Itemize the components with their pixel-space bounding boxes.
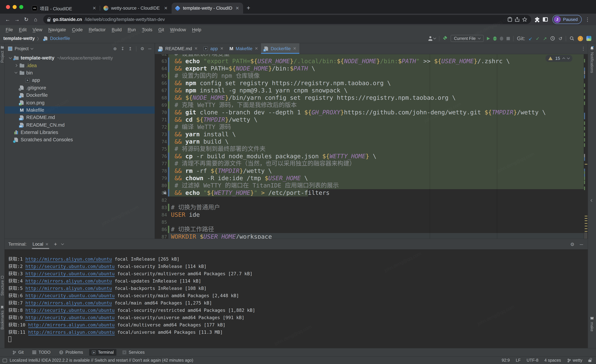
side-panel-icon[interactable] xyxy=(541,17,550,22)
breadcrumb-file[interactable]: Dockerfile xyxy=(50,36,70,41)
code-line-64[interactable]: 64 && export PATH=${NODE_HOME}/bin:$PATH… xyxy=(155,65,584,72)
menu-code[interactable]: Code xyxy=(69,27,86,32)
browser-menu-icon[interactable]: ⋮ xyxy=(582,16,593,22)
code-line-82[interactable]: 82 xyxy=(155,197,584,204)
editor-options-icon[interactable]: ⋮ xyxy=(581,43,588,54)
profiler-icon[interactable] xyxy=(500,36,503,40)
back-button[interactable]: ← xyxy=(3,15,12,24)
code-line-67[interactable]: 67 && npm install -g npm@9.3.1 yarn cnpm… xyxy=(155,87,584,94)
terminal-link[interactable]: http://mirrors.aliyun.com/ubuntu xyxy=(25,285,112,291)
menu-refactor[interactable]: Refactor xyxy=(86,27,109,32)
stop-icon[interactable] xyxy=(507,37,510,40)
next-warning-icon[interactable] xyxy=(567,57,570,59)
run-config-select[interactable]: Current File xyxy=(451,35,484,42)
code-line-79[interactable]: 79 && chown -R ide:ide /tmp $USER_HOME \ xyxy=(155,175,584,182)
editor-tab-readme-md[interactable]: MDREADME.md✕ xyxy=(156,43,201,54)
editor-tab-makefile[interactable]: MMakefile✕ xyxy=(226,43,261,54)
toolwindow-git[interactable]: Git xyxy=(9,349,26,356)
close-tab-icon[interactable]: ✕ xyxy=(255,46,258,51)
terminal-link[interactable]: http://security.ubuntu.com/ubuntu xyxy=(25,307,115,313)
code-line-81[interactable]: 81 && echo "${WETTY_HOME}" > /etc/port-f… xyxy=(155,189,584,197)
breadcrumb-project[interactable]: template-wetty xyxy=(3,36,35,41)
code-line-75[interactable]: 75 # 将源码复制到最终部署的文件夹 xyxy=(155,145,584,153)
project-view-dropdown-icon[interactable] xyxy=(30,47,33,50)
editor[interactable]: 62 # 设置默认环境变量63 && echo "export PATH=${U… xyxy=(155,54,588,239)
terminal-tab-local[interactable]: Local✕ xyxy=(33,242,49,247)
new-terminal-icon[interactable]: + xyxy=(54,241,57,247)
code-line-85[interactable]: 85 xyxy=(155,218,584,226)
code-line-63[interactable]: 63 && echo "export PATH=${USER_HOME}/.lo… xyxy=(155,58,584,65)
terminal-dropdown-icon[interactable] xyxy=(61,242,64,245)
caret-position[interactable]: 92:9 xyxy=(502,358,510,363)
code-line-62[interactable]: 62 # 设置默认环境变量 xyxy=(155,54,584,58)
settings-gear-icon[interactable]: ⚙ xyxy=(140,46,144,51)
tree-item-external-libraries[interactable]: External Libraries xyxy=(5,129,155,136)
address-bar[interactable]: go.titanide.cn/ide/web/coding/template-w… xyxy=(43,15,531,24)
file-encoding[interactable]: UTF-8 xyxy=(527,358,538,363)
chevron-down-icon[interactable] xyxy=(15,71,17,74)
code-line-80[interactable]: 80 # 过滤掉 WeTTY 的端口在 TitanIDE 应用端口列表的展示 xyxy=(155,182,584,189)
menu-file[interactable]: File xyxy=(3,27,16,32)
maximize-window-button[interactable] xyxy=(19,5,23,9)
line-separator[interactable]: LF xyxy=(516,358,521,363)
tree-item-readme-cn-md[interactable]: MDREADME_CN.md xyxy=(5,121,155,129)
clipboard-icon[interactable] xyxy=(507,17,512,22)
stripe-structure[interactable]: Structure xyxy=(0,276,4,296)
git-push-icon[interactable]: ↗ xyxy=(543,36,547,41)
share-icon[interactable] xyxy=(515,17,520,22)
menu-edit[interactable]: Edit xyxy=(16,27,30,32)
terminal-link[interactable]: http://security.ubuntu.com/ubuntu xyxy=(25,264,115,269)
menu-view[interactable]: View xyxy=(30,27,45,32)
menu-build[interactable]: Build xyxy=(109,27,125,32)
terminal-link[interactable]: http://security.ubuntu.com/ubuntu xyxy=(25,271,115,277)
git-commit-icon[interactable]: ✓ xyxy=(536,36,540,41)
close-window-button[interactable] xyxy=(6,5,10,9)
editor-tab-app[interactable]: >app✕ xyxy=(201,43,226,54)
prev-warning-icon[interactable] xyxy=(562,58,565,60)
tree-item-dockerfile[interactable]: DDockerfile xyxy=(5,91,155,99)
terminal-minimize-icon[interactable]: ─ xyxy=(580,241,583,247)
terminal-link[interactable]: http://security.ubuntu.com/ubuntu xyxy=(25,293,115,299)
tree-item--gitignore[interactable]: /.gitignore xyxy=(5,84,155,91)
editor-tab-dockerfile[interactable]: DDockerfile✕ xyxy=(261,43,299,54)
menu-help[interactable]: Help xyxy=(189,27,204,32)
write-access-lock-icon[interactable] xyxy=(588,360,591,362)
stripe-project[interactable]: Project xyxy=(0,46,4,63)
toolwindow-problems[interactable]: !Problems xyxy=(57,349,86,356)
stripe-collapse-icon[interactable] xyxy=(588,199,596,201)
update-available-icon[interactable]: ↑ xyxy=(578,36,583,41)
stripe-notifications[interactable]: Notifications xyxy=(588,46,596,73)
terminal-link[interactable]: http://mirrors.aliyun.com/ubuntu xyxy=(25,300,112,306)
code-line-83[interactable]: 83# 切换为普通用户 xyxy=(155,204,584,211)
browser-tab[interactable]: template-wetty - CloudIDE✕ xyxy=(172,3,243,14)
tree-item-app[interactable]: >app xyxy=(5,76,155,84)
code-line-71[interactable]: 71 && cd ${TMPDIR}/wetty \ xyxy=(155,116,584,123)
git-update-icon[interactable]: ↙ xyxy=(529,36,532,41)
code-line-68[interactable]: 68 && ${NODE_HOME}/bin/yarn config set r… xyxy=(155,94,584,101)
terminal-settings-gear-icon[interactable]: ⚙ xyxy=(570,241,574,247)
new-tab-button[interactable]: + xyxy=(243,3,254,14)
tree-item-makefile[interactable]: MMakefile xyxy=(5,106,155,114)
expand-all-icon[interactable]: ↧ xyxy=(121,46,125,51)
terminal-link[interactable]: http://mirrors.aliyun.com/ubuntu xyxy=(28,322,115,328)
chevron-down-icon[interactable] xyxy=(9,56,12,59)
terminal-output[interactable]: 获取:1 http://mirrors.aliyun.com/ubuntu fo… xyxy=(5,249,588,348)
tree-item-icon-png[interactable]: icon.png xyxy=(5,99,155,106)
terminal-link[interactable]: http://mirrors.aliyun.com/ubuntu xyxy=(28,329,115,335)
status-message[interactable]: Localized IntelliJ IDEA 2022.2.2 is avai… xyxy=(10,358,193,363)
browser-tab[interactable]: wetty-source - CloudIDE✕ xyxy=(100,3,172,14)
ssl-lock-icon[interactable] xyxy=(47,19,50,22)
code-line-87[interactable]: 87WORKDIR $USER_HOME/workspace xyxy=(155,233,584,239)
code-line-70[interactable]: 70 && git clone --branch dev --depth 1 $… xyxy=(155,109,584,116)
hide-panel-icon[interactable]: ─ xyxy=(148,46,151,51)
history-icon[interactable] xyxy=(550,36,555,41)
toolwindow-todo[interactable]: TODO xyxy=(30,349,53,356)
indent-setting[interactable]: 4 spaces xyxy=(544,358,561,363)
home-button[interactable]: ⌂ xyxy=(31,15,40,24)
menu-run[interactable]: Run xyxy=(125,27,139,32)
project-panel-title[interactable]: Project xyxy=(15,46,29,51)
code-line-76[interactable]: 76 && cp -r build node_modules package.j… xyxy=(155,153,584,160)
collapse-all-icon[interactable]: ↥ xyxy=(128,46,132,51)
close-tab-icon[interactable]: ✕ xyxy=(293,46,296,51)
code-line-72[interactable]: 72 # 编译 WeTTY 源码 xyxy=(155,123,584,131)
